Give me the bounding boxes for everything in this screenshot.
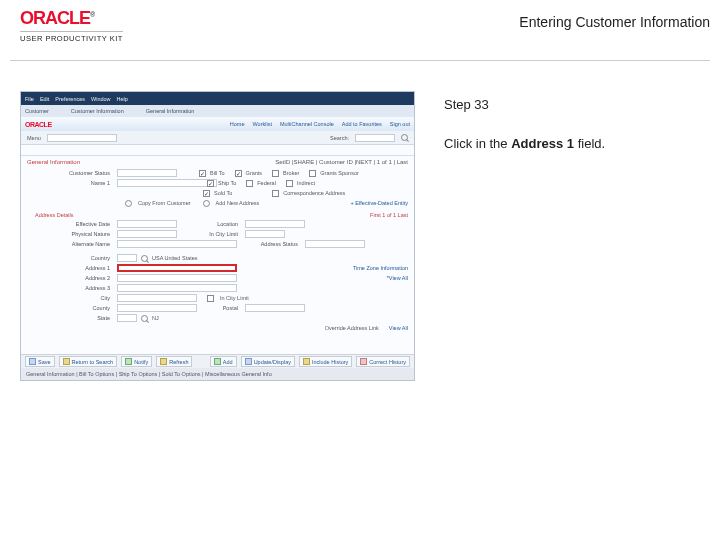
cb-broker[interactable] (272, 170, 279, 177)
oracle-mini-logo: ORACLE (25, 121, 52, 128)
fld-altname[interactable] (117, 240, 237, 248)
radio-copy[interactable] (125, 200, 132, 207)
search-icon[interactable] (401, 134, 408, 141)
refresh-icon (160, 358, 167, 365)
app-toolbar: Save Return to Search Notify Refresh Add… (21, 354, 414, 368)
fld-cust-status[interactable] (117, 169, 177, 177)
oracle-logo: ORACLE® (20, 8, 123, 29)
lbl-cust-status: Customer Status (35, 170, 113, 176)
fld-name1[interactable] (117, 179, 217, 187)
lookup-state-icon[interactable] (141, 315, 148, 322)
add-icon (214, 358, 221, 365)
fld-physnat[interactable] (117, 230, 177, 238)
search-input[interactable] (355, 134, 395, 142)
cb-citylimit[interactable] (207, 295, 214, 302)
section-meta: SetID |SHARE | Customer ID |NEXT | 1 of … (275, 159, 408, 165)
update-button[interactable]: Update/Display (241, 356, 295, 367)
address2-field[interactable] (117, 274, 237, 282)
radio-new[interactable] (203, 200, 210, 207)
cb-grants[interactable] (235, 170, 242, 177)
lbl-name1: Name 1 (35, 180, 113, 186)
app-screenshot: File Edit Preferences Window Help Custom… (20, 91, 415, 381)
cb-indirect[interactable] (286, 180, 293, 187)
cb-soldto[interactable] (203, 190, 210, 197)
postal-field[interactable] (245, 304, 305, 312)
app-topmenu: File Edit Preferences Window Help (21, 92, 414, 105)
menu-input[interactable] (47, 134, 117, 142)
fld-effdate[interactable] (117, 220, 177, 228)
app-searchbar: Menu Search: (21, 131, 414, 145)
override-label: Override Address Link (325, 325, 379, 331)
notify-button[interactable]: Notify (121, 356, 152, 367)
instruction-text: Click in the Address 1 field. (444, 136, 668, 151)
app-brandbar: ORACLE Home Worklist MultiChannel Consol… (21, 117, 414, 131)
cb-billto[interactable] (199, 170, 206, 177)
lbl-address1: Address 1 (35, 265, 113, 271)
return-button[interactable]: Return to Search (59, 356, 118, 367)
correct-button[interactable]: Correct History (356, 356, 410, 367)
upk-label: USER PRODUCTIVITY KIT (20, 31, 123, 43)
page-title: Entering Customer Information (519, 8, 710, 30)
state-field[interactable] (117, 314, 137, 322)
fld-addrstat[interactable] (305, 240, 365, 248)
app-crumb (21, 145, 414, 156)
city-field[interactable] (117, 294, 197, 302)
update-icon (245, 358, 252, 365)
link-effdate[interactable]: + Effective-Dated Entity (350, 200, 408, 206)
step-label: Step 33 (444, 97, 668, 112)
cb-shipto[interactable] (207, 180, 214, 187)
return-icon (63, 358, 70, 365)
fld-country[interactable] (117, 254, 137, 262)
cb-corr[interactable] (272, 190, 279, 197)
lookup-country-icon[interactable] (141, 255, 148, 262)
app-statusbar: General Information | Bill To Options | … (21, 368, 414, 380)
link-viewall[interactable]: *View All (387, 275, 408, 281)
add-button[interactable]: Add (210, 356, 237, 367)
notify-icon (125, 358, 132, 365)
refresh-button[interactable]: Refresh (156, 356, 192, 367)
addr-section: Address Details (35, 212, 74, 218)
link-timezone[interactable]: Time Zone Information (353, 265, 408, 271)
cb-sponsor[interactable] (309, 170, 316, 177)
section-title: General Information (27, 159, 80, 165)
correct-icon (360, 358, 367, 365)
address3-field[interactable] (117, 284, 237, 292)
override-viewall[interactable]: View All (389, 325, 408, 331)
app-subcrumb: Customer Customer Information General In… (21, 105, 414, 117)
addr-pager: First 1 of 1 Last (370, 212, 408, 218)
address1-field[interactable] (117, 264, 237, 272)
fld-incity[interactable] (245, 230, 285, 238)
save-button[interactable]: Save (25, 356, 55, 367)
header-links: Home Worklist MultiChannel Console Add t… (230, 121, 410, 127)
fld-location[interactable] (245, 220, 305, 228)
save-icon (29, 358, 36, 365)
county-field[interactable] (117, 304, 197, 312)
cb-federal[interactable] (246, 180, 253, 187)
history-button[interactable]: Include History (299, 356, 352, 367)
history-icon (303, 358, 310, 365)
